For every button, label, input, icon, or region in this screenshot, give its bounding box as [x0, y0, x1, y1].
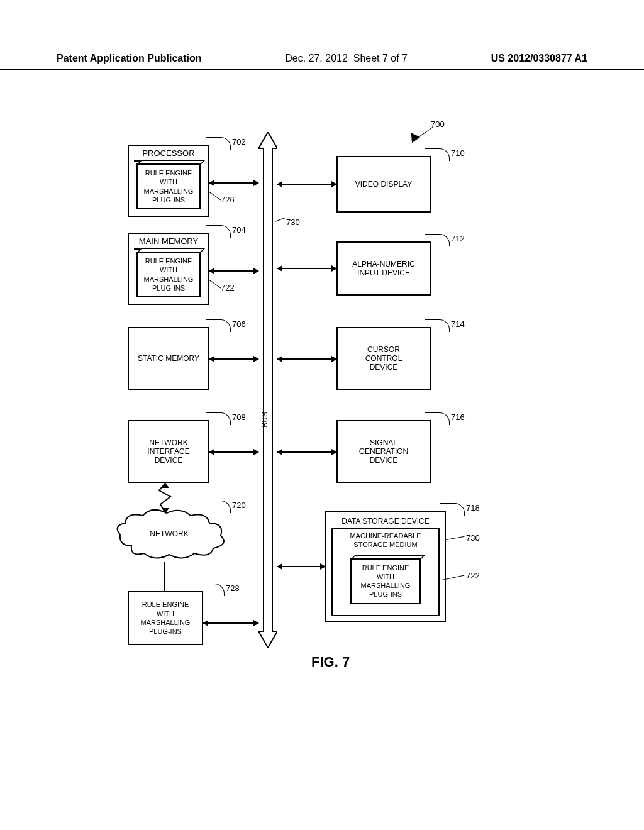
rule-engine-728-label: RULE ENGINE WITH MARSHALLING PLUG-INS: [141, 600, 191, 636]
data-storage-title: DATA STORAGE DEVICE: [341, 516, 429, 528]
cursor-control-label: CURSOR CONTROL DEVICE: [365, 345, 402, 372]
ref-716: 716: [451, 412, 465, 422]
ref-718-leader: [440, 503, 465, 516]
mrsm-block: MACHINE-READABLE STORAGE MEDIUM RULE ENG…: [331, 528, 440, 616]
header-pubnum: US 2012/0330877 A1: [491, 53, 587, 64]
network-cloud-label: NETWORK: [113, 529, 226, 538]
link-cloud-728: [164, 562, 165, 591]
ref-722a: 722: [221, 283, 235, 292]
network-interface-label: NETWORK INTERFACE DEVICE: [147, 438, 189, 465]
network-cloud: NETWORK: [113, 508, 232, 567]
arrow-bus-storage: [277, 566, 325, 567]
ref-700-leader: [418, 127, 433, 138]
ref-720-leader: [206, 501, 231, 513]
ref-720: 720: [232, 501, 246, 510]
ref-702-leader: [206, 137, 231, 150]
ref-710: 710: [451, 148, 465, 158]
ref-730b: 730: [466, 533, 480, 543]
figure-label: FIG. 7: [311, 654, 350, 670]
network-interface-block: NETWORK INTERFACE DEVICE: [128, 420, 209, 483]
ref-708: 708: [232, 412, 246, 422]
arrow-728-bus: [203, 622, 258, 624]
ref-706: 706: [232, 319, 246, 329]
mrsm-rule-engine: RULE ENGINE WITH MARSHALLING PLUG-INS: [350, 558, 421, 604]
video-display-block: VIDEO DISPLAY: [336, 156, 431, 213]
page-header: Patent Application Publication Dec. 27, …: [0, 53, 644, 70]
cursor-control-block: CURSOR CONTROL DEVICE: [336, 327, 431, 390]
arrow-bus-video: [277, 184, 336, 185]
ref-712: 712: [451, 234, 465, 243]
ref-702: 702: [232, 137, 246, 147]
data-storage-block: DATA STORAGE DEVICE MACHINE-READABLE STO…: [325, 511, 446, 622]
ref-708-leader: [206, 412, 231, 425]
ref-714-leader: [425, 319, 450, 332]
ref-704-leader: [206, 225, 231, 238]
arrow-processor-bus: [209, 182, 258, 184]
header-left: Patent Application Publication: [57, 53, 202, 64]
static-memory-label: STATIC MEMORY: [138, 354, 199, 363]
arrow-bus-cursor: [277, 358, 336, 360]
ref-726-leader: [209, 192, 221, 200]
ref-730b-leader: [446, 536, 465, 540]
video-display-label: VIDEO DISPLAY: [355, 180, 412, 189]
ref-706-leader: [206, 319, 231, 332]
main-memory-rule-engine: RULE ENGINE WITH MARSHALLING PLUG-INS: [136, 252, 201, 297]
rule-engine-728-block: RULE ENGINE WITH MARSHALLING PLUG-INS: [128, 591, 203, 645]
mrsm-title: MACHINE-READABLE STORAGE MEDIUM: [350, 532, 421, 552]
svg-marker-0: [258, 132, 277, 648]
ref-730a: 730: [286, 218, 300, 227]
ref-726: 726: [221, 195, 235, 204]
bus-label: BUS: [260, 412, 269, 428]
header-date: Dec. 27, 2012 Sheet 7 of 7: [285, 53, 408, 64]
figure-7-diagram: BUS 700 PROCESSOR RULE ENGINE WITH MARSH…: [97, 126, 500, 673]
ref-714: 714: [451, 319, 465, 329]
ref-710-leader: [425, 148, 450, 161]
arrow-nic-bus: [209, 451, 258, 453]
bus-arrow: [258, 132, 277, 648]
arrow-bus-alpha: [277, 268, 336, 269]
signal-gen-label: SIGNAL GENERATION DEVICE: [359, 438, 408, 465]
ref-716-leader: [425, 412, 450, 425]
arrow-bus-signal: [277, 451, 336, 453]
alpha-numeric-block: ALPHA-NUMERIC INPUT DEVICE: [336, 241, 431, 296]
main-memory-block: MAIN MEMORY RULE ENGINE WITH MARSHALLING…: [128, 233, 209, 305]
processor-rule-engine: RULE ENGINE WITH MARSHALLING PLUG-INS: [136, 163, 201, 209]
ref-700-arrowhead: [408, 133, 420, 145]
ref-722a-leader: [209, 280, 221, 288]
ref-728-leader: [199, 584, 225, 596]
ref-712-leader: [425, 234, 450, 246]
signal-gen-block: SIGNAL GENERATION DEVICE: [336, 420, 431, 483]
arrow-mainmem-bus: [209, 270, 258, 272]
alpha-numeric-label: ALPHA-NUMERIC INPUT DEVICE: [352, 260, 414, 277]
processor-block: PROCESSOR RULE ENGINE WITH MARSHALLING P…: [128, 145, 209, 217]
ref-728: 728: [226, 584, 240, 593]
ref-718: 718: [466, 503, 480, 512]
ref-704: 704: [232, 225, 246, 235]
static-memory-block: STATIC MEMORY: [128, 327, 209, 390]
ref-722b: 722: [466, 571, 480, 580]
arrow-static-bus: [209, 358, 258, 360]
